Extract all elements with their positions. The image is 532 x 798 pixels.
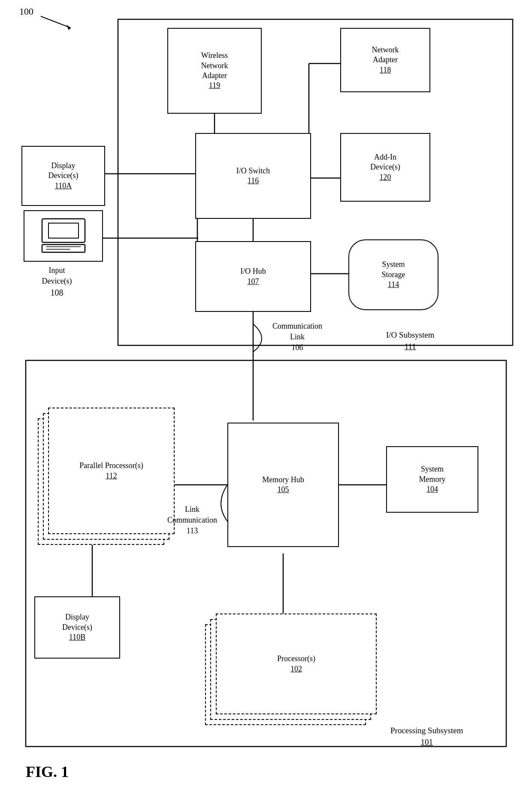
display-device-b-box: DisplayDevice(s) 110B [34,596,120,659]
io-switch-box: I/O Switch 116 [195,133,311,219]
io-hub-label: I/O Hub [240,266,266,276]
io-hub-box: I/O Hub 107 [195,241,311,312]
network-adapter-label: NetworkAdapter [372,45,399,65]
input-device-icon-box [24,210,103,262]
add-in-devices-label: Add-InDevice(s) [370,152,400,172]
wireless-network-adapter-box: WirelessNetworkAdapter 119 [167,28,262,114]
input-devices-label: InputDevice(s)108 [15,265,99,299]
svg-rect-22 [48,223,79,238]
network-adapter-box: NetworkAdapter 118 [340,28,430,92]
fig-label: FIG. 1 [26,763,69,781]
input-device-icon [38,217,89,255]
processors-box: Processor(s) 102 [216,614,377,714]
system-memory-ref: 104 [426,484,438,494]
ref-100-label: 100 [19,5,33,18]
parallel-processors-label: Parallel Processor(s) [79,461,143,471]
memory-hub-label: Memory Hub [262,475,304,485]
system-memory-label: SystemMemory [419,464,446,484]
system-storage-box: SystemStorage 114 [348,239,438,310]
system-storage-ref: 114 [388,280,399,290]
wireless-network-adapter-label: WirelessNetworkAdapter [201,51,228,81]
display-device-a-box: DisplayDevice(s) 110A [21,146,105,206]
wireless-network-adapter-ref: 119 [209,81,220,91]
display-device-a-label: DisplayDevice(s) [48,161,79,181]
display-device-a-ref: 110A [55,181,72,191]
svg-rect-23 [42,245,85,252]
add-in-devices-box: Add-InDevice(s) 120 [340,133,430,202]
network-adapter-ref: 118 [380,65,391,75]
svg-line-0 [41,16,71,28]
memory-hub-ref: 105 [278,485,289,495]
communication-link-label: CommunicationLink106 [272,321,322,354]
io-switch-label: I/O Switch [236,166,270,176]
io-switch-ref: 116 [248,176,259,186]
processors-label: Processor(s) [277,654,315,664]
svg-marker-1 [66,25,71,30]
link-communication-label: LinkCommunication113 [167,504,217,537]
system-storage-label: SystemStorage [382,260,405,280]
memory-hub-box: Memory Hub 105 [227,423,339,547]
display-device-b-label: DisplayDevice(s) [62,612,92,632]
add-in-devices-ref: 120 [380,172,391,182]
processing-subsystem-label: Processing Subsystem101 [390,725,463,748]
system-memory-box: SystemMemory 104 [386,446,478,513]
diagram-container: 100 WirelessNetworkAdapter 119 NetworkAd… [0,0,532,798]
parallel-processors-box: Parallel Processor(s) 112 [48,408,175,534]
display-device-b-ref: 110B [69,632,85,642]
io-subsystem-label: I/O Subsystem111 [386,329,434,352]
parallel-processors-ref: 112 [106,471,117,481]
io-hub-ref: 107 [248,277,259,287]
processors-ref: 102 [290,664,302,674]
